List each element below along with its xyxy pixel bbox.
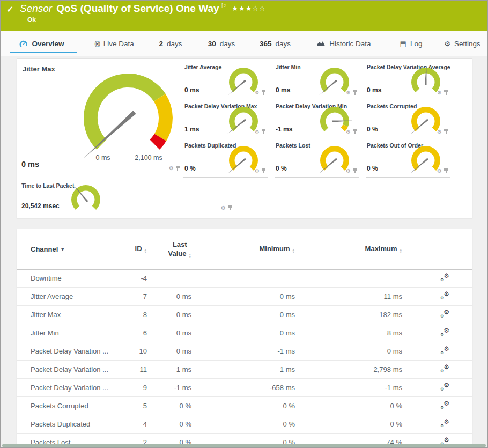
pin-icon[interactable]: [262, 168, 265, 174]
channel-settings-icon[interactable]: ⚙⚙: [440, 292, 449, 299]
pin-icon[interactable]: [353, 129, 357, 135]
table-row[interactable]: Packet Delay Variation ...100 ms-1 ms0 m…: [17, 342, 472, 361]
tab-365-days[interactable]: 365 days: [247, 31, 303, 56]
cell-channel: Jitter Min: [17, 329, 122, 337]
tab-live-data[interactable]: ((•)) Live Data: [83, 31, 145, 56]
tab-label: days: [167, 40, 182, 48]
tab-settings[interactable]: ⚙ Settings: [437, 31, 487, 56]
pin-icon[interactable]: [444, 129, 448, 135]
gear-icon[interactable]: ⚙: [437, 168, 442, 174]
gear-small: ⚙: [440, 406, 444, 410]
sensor-header: ✓ SensorQoS (Quality of Service) One Way…: [1, 1, 487, 31]
cell-channel: Downtime: [17, 274, 122, 282]
gear-large: ⚙: [443, 382, 449, 388]
status-check-icon: ✓: [6, 4, 13, 14]
table-row[interactable]: Jitter Min60 ms0 ms8 ms⚙⚙: [17, 324, 472, 342]
pin-icon[interactable]: [353, 168, 357, 174]
pin-icon[interactable]: [228, 205, 232, 211]
small-gauges-grid: Jitter Average0 ms⚙Jitter Min0 ms⚙Packet…: [183, 60, 450, 178]
tab-30-days[interactable]: 30 days: [196, 31, 247, 56]
gauge-label: Time to Last Packet: [21, 182, 74, 189]
gauge-mini-icons: ⚙: [255, 90, 265, 96]
gauge-mini-icons: ⚙: [437, 90, 448, 96]
table-row[interactable]: Packets Duplicated40 %0 %0 %⚙⚙: [17, 415, 472, 434]
cell-channel: Packets Corrupted: [17, 402, 122, 410]
gear-icon[interactable]: ⚙: [221, 205, 226, 211]
tab-bar: Overview ((•)) Live Data 2 days 30 days …: [1, 31, 487, 56]
channel-settings-icon[interactable]: ⚙⚙: [440, 328, 449, 336]
pin-icon[interactable]: [262, 90, 265, 96]
gauge-mini-icons: ⚙: [255, 129, 265, 135]
cell-settings: ⚙⚙: [402, 292, 472, 301]
flag-icon[interactable]: ⚐: [221, 2, 227, 10]
table-row[interactable]: Packet Delay Variation ...111 ms1 ms2,79…: [17, 361, 472, 379]
cell-last-value: 0 %: [147, 402, 191, 410]
cell-id: 9: [122, 384, 147, 392]
tab-log[interactable]: ▤ Log: [385, 31, 437, 56]
column-header-maximum[interactable]: Maximum▲▼: [295, 245, 402, 254]
object-type-label: Sensor: [20, 3, 52, 14]
gear-icon[interactable]: ⚙: [255, 129, 260, 135]
cell-minimum: 1 ms: [191, 365, 295, 373]
pin-icon[interactable]: [262, 129, 265, 135]
channel-settings-icon[interactable]: ⚙⚙: [440, 274, 449, 281]
channel-settings-icon[interactable]: ⚙⚙: [440, 401, 449, 409]
cell-maximum: 0 %: [295, 402, 402, 410]
channel-settings-icon[interactable]: ⚙⚙: [440, 383, 449, 391]
cell-id: 11: [122, 365, 147, 373]
gear-small: ⚙: [440, 333, 444, 337]
divider: [21, 174, 178, 174]
gear-icon[interactable]: ⚙: [346, 168, 351, 174]
pin-icon[interactable]: [176, 166, 180, 171]
column-header-minimum[interactable]: Minimum▲▼: [191, 245, 295, 254]
gear-icon[interactable]: ⚙: [255, 90, 260, 96]
gauge-cell-packet-delay-variation-min: Packet Delay Variation Min-1 ms⚙: [275, 99, 359, 138]
tab-label: Live Data: [103, 40, 134, 48]
horizontal-scrollbar[interactable]: [2, 444, 486, 447]
cell-settings: ⚙⚙: [402, 347, 472, 356]
cell-maximum: 182 ms: [295, 311, 402, 319]
gear-large: ⚙: [443, 291, 449, 297]
cell-minimum: 0 ms: [191, 311, 295, 319]
channel-settings-icon[interactable]: ⚙⚙: [440, 420, 449, 427]
gear-icon[interactable]: ⚙: [169, 166, 174, 171]
cell-settings: ⚙⚙: [402, 274, 472, 283]
channel-settings-icon[interactable]: ⚙⚙: [440, 310, 449, 318]
channel-settings-icon[interactable]: ⚙⚙: [440, 347, 449, 354]
channel-settings-icon[interactable]: ⚙⚙: [440, 365, 449, 372]
table-row[interactable]: Packets Corrupted50 %0 %0 %⚙⚙: [17, 397, 472, 415]
cell-settings: ⚙⚙: [402, 365, 472, 374]
table-row[interactable]: Packet Delay Variation ...9-1 ms-658 ms-…: [17, 379, 472, 397]
gauge-arc: [69, 183, 103, 216]
cell-channel: Jitter Average: [17, 292, 122, 300]
column-header-last-value[interactable]: Last Value▲▼: [147, 240, 191, 259]
tab-2-days[interactable]: 2 days: [145, 31, 196, 56]
pin-icon[interactable]: [353, 90, 357, 96]
table-row[interactable]: Downtime-4⚙⚙: [17, 269, 472, 288]
gear-icon[interactable]: ⚙: [437, 90, 442, 96]
tab-overview[interactable]: Overview: [1, 31, 83, 56]
column-header-channel[interactable]: Channel▼: [17, 245, 122, 253]
gear-icon[interactable]: ⚙: [437, 129, 442, 135]
gear-icon[interactable]: ⚙: [346, 129, 351, 135]
gauge-value: 0 ms: [367, 86, 381, 94]
pin-icon[interactable]: [444, 90, 448, 96]
log-icon: ▤: [400, 40, 406, 47]
gauge-cell-packet-delay-variation-max: Packet Delay Variation Max1 ms⚙: [183, 99, 268, 138]
cell-channel: Packets Duplicated: [17, 420, 122, 428]
gear-large: ⚙: [443, 418, 449, 425]
column-header-id[interactable]: ID▲▼: [122, 245, 147, 254]
gauge-label: Packets Lost: [276, 142, 310, 149]
cell-channel: Jitter Max: [17, 311, 122, 319]
gear-icon[interactable]: ⚙: [255, 168, 260, 174]
priority-stars[interactable]: ★★★☆☆: [232, 4, 265, 12]
pin-icon[interactable]: [444, 168, 448, 174]
cell-last-value: 0 ms: [147, 292, 191, 300]
sensor-title-line: SensorQoS (Quality of Service) One Way⚐★…: [20, 2, 266, 14]
cell-id: 8: [122, 311, 147, 319]
gear-icon[interactable]: ⚙: [346, 90, 351, 96]
tab-historic-data[interactable]: Historic Data: [303, 31, 385, 56]
table-row[interactable]: Jitter Average70 ms0 ms11 ms⚙⚙: [17, 288, 472, 306]
table-row[interactable]: Jitter Max80 ms0 ms182 ms⚙⚙: [17, 306, 472, 324]
cell-maximum: 11 ms: [295, 292, 402, 300]
